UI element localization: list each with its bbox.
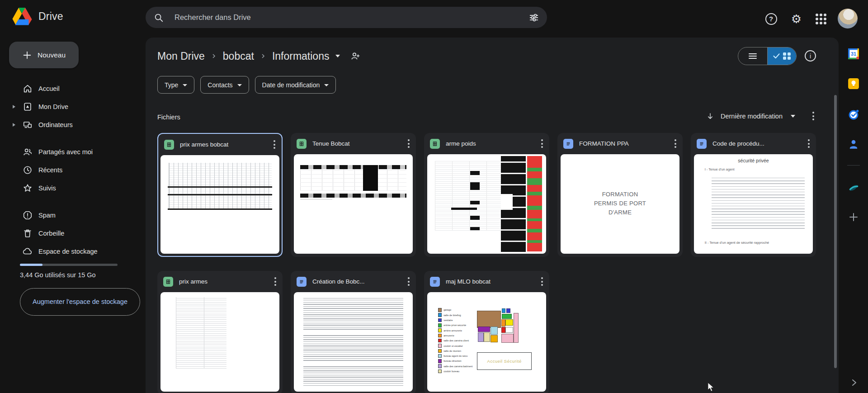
- file-title: prix armes: [179, 278, 271, 285]
- chevron-right-icon: [260, 53, 266, 59]
- trash-icon: [22, 228, 33, 239]
- search-bar[interactable]: [146, 7, 547, 28]
- sidebar-item-mon-drive[interactable]: Mon Drive: [0, 98, 146, 116]
- breadcrumb-bobcat[interactable]: bobcat: [223, 50, 254, 62]
- calendar-icon[interactable]: 31: [847, 47, 860, 60]
- get-addons-icon[interactable]: [847, 211, 860, 223]
- filter-chip-type[interactable]: Type: [157, 76, 194, 94]
- file-menu-icon[interactable]: [538, 137, 547, 150]
- legend-item: arrière armurerie: [438, 328, 473, 332]
- sidebar-item-ordinateurs[interactable]: Ordinateurs: [0, 116, 146, 134]
- content-scrollbar[interactable]: [834, 95, 837, 368]
- sidebar-item-recents[interactable]: Récents: [0, 161, 146, 179]
- breadcrumb-mon-drive[interactable]: Mon Drive: [157, 50, 205, 62]
- svg-text:31: 31: [850, 51, 856, 57]
- google-apps-grid-icon[interactable]: [816, 14, 826, 24]
- file-thumbnail: [160, 155, 279, 254]
- top-bar: Drive ? ⚙︎: [0, 0, 868, 38]
- file-card-prix-armes[interactable]: prix armes: [157, 271, 283, 393]
- file-title: Création de Bobc...: [312, 278, 404, 285]
- file-menu-icon[interactable]: [404, 275, 413, 288]
- expand-arrow-icon[interactable]: [13, 105, 15, 109]
- sort-controls: Dernière modification: [706, 110, 818, 122]
- rail-divider: [847, 165, 860, 166]
- new-button-label: Nouveau: [38, 51, 66, 59]
- file-menu-icon[interactable]: [671, 137, 680, 150]
- file-menu-icon[interactable]: [271, 275, 280, 288]
- check-icon: [773, 53, 780, 59]
- account-avatar[interactable]: [838, 9, 858, 28]
- file-menu-icon[interactable]: [804, 137, 813, 150]
- sidebar-item-suivis[interactable]: Suivis: [0, 179, 146, 197]
- tasks-icon[interactable]: [847, 108, 860, 121]
- clock-icon: [22, 165, 33, 175]
- thumbnail-plan-label: Accueil Sécurité: [477, 352, 531, 370]
- plus-icon: [22, 50, 32, 60]
- file-card-creation-de-bobcat[interactable]: Création de Bobc...: [291, 271, 416, 393]
- file-card-tenue-bobcat[interactable]: Tenue Bobcat: [291, 133, 416, 257]
- more-options-icon[interactable]: [809, 110, 818, 122]
- thumbnail-doc-heading: I - Tenue d'un agent: [705, 167, 735, 171]
- storage-progress-fill: [20, 264, 42, 266]
- file-thumbnail: [294, 154, 413, 254]
- search-input[interactable]: [174, 13, 529, 22]
- sidebar-item-spam[interactable]: Spam: [0, 206, 146, 224]
- filter-chip-contacts[interactable]: Contacts: [200, 76, 249, 94]
- file-thumbnail: FORMATION PERMIS DE PORT D'ARME: [561, 154, 679, 254]
- drive-logo[interactable]: Drive: [12, 7, 63, 25]
- drive-logo-icon: [12, 7, 33, 25]
- legend-item: bureau direction: [438, 359, 473, 363]
- file-card-maj-mlo-bobcat[interactable]: maj MLO bobcat garage salle de briefing: [424, 271, 549, 393]
- chevron-down-icon: [183, 84, 187, 86]
- shared-people-icon: [22, 147, 33, 157]
- show-side-panel-icon[interactable]: [851, 379, 857, 387]
- sidebar-item-partages-avec-moi[interactable]: Partagés avec moi: [0, 143, 146, 161]
- addon-icon[interactable]: [847, 182, 860, 194]
- details-info-icon[interactable]: i: [805, 50, 816, 62]
- file-menu-icon[interactable]: [270, 138, 279, 151]
- file-card-arme-poids[interactable]: arme poids: [424, 133, 549, 257]
- legend-item: couloir et escalier: [438, 344, 473, 348]
- sidebar-item-corbeille[interactable]: Corbeille: [0, 224, 146, 242]
- app-name: Drive: [38, 10, 63, 23]
- file-menu-icon[interactable]: [538, 275, 547, 288]
- main-content-panel: Mon Drive bobcat Informations i: [146, 38, 839, 393]
- file-menu-icon[interactable]: [404, 137, 413, 150]
- file-card-code-de-procedure[interactable]: Code de procédu... sécurité privée I - T…: [691, 133, 816, 257]
- share-folder-icon[interactable]: [350, 51, 361, 62]
- list-view-button[interactable]: [738, 47, 768, 65]
- filter-chip-date-modification[interactable]: Date de modification: [255, 76, 336, 94]
- chevron-down-icon[interactable]: [791, 115, 795, 118]
- sidebar-item-accueil[interactable]: Accueil: [0, 80, 146, 98]
- grid-view-button[interactable]: [768, 47, 797, 65]
- computers-icon: [22, 119, 33, 130]
- file-card-formation-ppa[interactable]: FORMATION PPA FORMATION PERMIS DE PORT D…: [557, 133, 683, 257]
- breadcrumb-current-folder[interactable]: Informations: [272, 50, 340, 62]
- file-card-prix-armes-bobcat[interactable]: prix armes bobcat: [157, 133, 283, 257]
- keep-icon[interactable]: [847, 77, 860, 90]
- storage-progress-bar: [20, 264, 118, 266]
- file-title: Tenue Bobcat: [312, 140, 404, 147]
- file-thumbnail: sécurité privée I - Tenue d'un agent II …: [694, 154, 813, 254]
- legend-item: armurerie: [438, 334, 473, 338]
- sort-by-button[interactable]: Dernière modification: [721, 113, 783, 120]
- file-thumbnail: [160, 292, 279, 392]
- help-icon[interactable]: ?: [765, 13, 777, 25]
- sort-direction-arrow-icon[interactable]: [706, 112, 714, 120]
- grid-view-icon: [783, 52, 791, 60]
- search-icon[interactable]: [154, 13, 164, 23]
- home-icon: [22, 83, 33, 94]
- legend-item: couloir bureau: [438, 369, 473, 374]
- file-thumbnail: [294, 292, 413, 392]
- left-sidebar: Nouveau Accueil Mon Drive Ordinateurs Pa…: [0, 38, 146, 393]
- upgrade-storage-button[interactable]: Augmenter l'espace de stockage: [20, 288, 140, 316]
- settings-gear-icon[interactable]: ⚙︎: [791, 13, 802, 25]
- search-options-icon[interactable]: [529, 13, 539, 23]
- contacts-icon[interactable]: [847, 138, 860, 151]
- new-button[interactable]: Nouveau: [9, 42, 79, 68]
- sidebar-item-espace-de-stockage[interactable]: Espace de stockage: [0, 242, 146, 260]
- thumbnail-doc-text: FORMATION PERMIS DE PORT D'ARME: [561, 190, 679, 217]
- sheets-file-icon: [297, 139, 307, 149]
- expand-arrow-icon[interactable]: [13, 123, 15, 127]
- sheets-file-icon: [430, 139, 440, 149]
